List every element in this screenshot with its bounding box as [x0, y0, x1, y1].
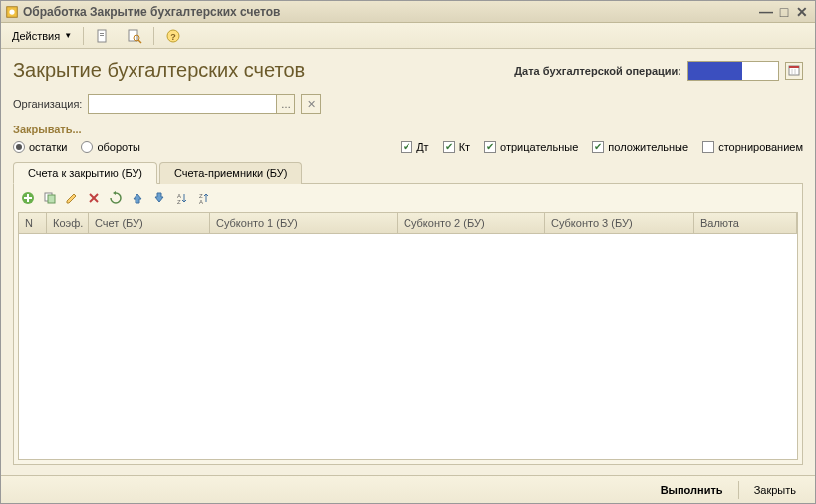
calendar-icon [788, 64, 800, 78]
check-kt[interactable]: ✔Кт [443, 141, 470, 153]
toolbar-separator [153, 27, 154, 45]
svg-rect-11 [789, 66, 799, 68]
org-clear-button[interactable]: ✕ [301, 94, 321, 114]
toolbar-separator [83, 27, 84, 45]
grid-edit-button[interactable] [62, 189, 82, 209]
grid-move-up-button[interactable] [128, 189, 147, 209]
date-label: Дата бухгалтерской операции: [514, 65, 681, 77]
close-window-button[interactable]: ✕ [793, 4, 811, 20]
checkbox-icon [702, 141, 714, 153]
titlebar: Обработка Закрытие бухгалтерских счетов … [1, 1, 815, 23]
maximize-button[interactable]: □ [775, 4, 793, 20]
radio-icon [13, 141, 25, 153]
footer-separator [738, 481, 739, 499]
date-input[interactable] [687, 61, 779, 81]
minimize-button[interactable]: ― [757, 4, 775, 20]
check-positive[interactable]: ✔положительные [592, 141, 688, 153]
main-toolbar: Действия ▼ ? [1, 23, 815, 49]
col-sub3[interactable]: Субконто 3 (БУ) [545, 213, 694, 233]
close-button[interactable]: Закрыть [743, 480, 807, 500]
grid-add-button[interactable] [18, 189, 38, 209]
checkbox-icon: ✔ [592, 141, 604, 153]
org-select-button[interactable]: … [276, 95, 294, 113]
svg-line-7 [138, 40, 141, 43]
toolbar-btn-2[interactable] [120, 26, 149, 46]
svg-text:A: A [199, 199, 203, 205]
date-group: Дата бухгалтерской операции: [514, 61, 803, 81]
chevron-down-icon: ▼ [64, 31, 72, 40]
find-icon [127, 28, 142, 44]
header-row: Закрытие бухгалтерских счетов Дата бухга… [13, 59, 803, 82]
check-dt[interactable]: ✔Дт [401, 141, 429, 153]
page-title: Закрытие бухгалтерских счетов [13, 59, 305, 82]
execute-button[interactable]: Выполнить [650, 480, 734, 500]
sort-asc-icon: AZ [174, 191, 188, 207]
window-title: Обработка Закрытие бухгалтерских счетов [23, 5, 757, 19]
tab-body: AZ ZA N Коэф. Счет (БУ) Субконто 1 (БУ) … [13, 184, 803, 465]
close-section-label: Закрывать... [13, 124, 803, 135]
org-row: Организация: … ✕ [13, 94, 803, 114]
grid-body[interactable] [19, 234, 797, 459]
grid-copy-button[interactable] [40, 189, 60, 209]
grid-toolbar: AZ ZA [18, 188, 798, 210]
col-account[interactable]: Счет (БУ) [89, 213, 210, 233]
check-negative[interactable]: ✔отрицательные [484, 141, 578, 153]
check-storno[interactable]: сторнированием [702, 141, 803, 153]
checkbox-icon: ✔ [484, 141, 496, 153]
arrow-up-icon [131, 191, 144, 207]
svg-rect-4 [100, 35, 104, 36]
checkbox-icon: ✔ [401, 141, 412, 153]
checks-right: ✔Дт ✔Кт ✔отрицательные ✔положительные ст… [401, 141, 803, 153]
arrow-down-icon [152, 191, 166, 207]
app-icon [5, 5, 19, 19]
help-button[interactable]: ? [158, 26, 188, 46]
svg-rect-3 [100, 33, 104, 34]
grid-sort-desc-button[interactable]: ZA [193, 189, 213, 209]
grid[interactable]: N Коэф. Счет (БУ) Субконто 1 (БУ) Субкон… [18, 212, 798, 460]
copy-icon [43, 191, 57, 207]
footer-bar: Выполнить Закрыть [1, 475, 815, 503]
toolbar-btn-1[interactable] [88, 26, 118, 46]
col-koef[interactable]: Коэф. [47, 213, 89, 233]
radio-icon [81, 141, 93, 153]
svg-text:Z: Z [177, 199, 181, 205]
edit-icon [65, 191, 79, 207]
refresh-icon [109, 191, 123, 207]
radio-group: остатки обороты [13, 141, 140, 153]
help-icon: ? [165, 28, 181, 44]
radio-turnovers[interactable]: обороты [81, 141, 139, 153]
col-sub1[interactable]: Субконто 1 (БУ) [210, 213, 398, 233]
sort-desc-icon: ZA [196, 191, 210, 207]
document-icon [95, 28, 111, 44]
grid-header: N Коэф. Счет (БУ) Субконто 1 (БУ) Субкон… [19, 213, 797, 234]
content-area: Закрытие бухгалтерских счетов Дата бухга… [1, 49, 815, 475]
options-row: остатки обороты ✔Дт ✔Кт ✔отрицательные ✔… [13, 141, 803, 153]
col-n[interactable]: N [19, 213, 47, 233]
delete-icon [87, 191, 101, 207]
add-icon [21, 191, 35, 207]
actions-dropdown[interactable]: Действия ▼ [5, 26, 79, 46]
calendar-button[interactable] [785, 62, 803, 80]
grid-move-down-button[interactable] [149, 189, 169, 209]
checkbox-icon: ✔ [443, 141, 455, 153]
tab-receiver-accounts[interactable]: Счета-приемники (БУ) [159, 162, 302, 184]
col-sub2[interactable]: Субконто 2 (БУ) [398, 213, 545, 233]
svg-text:?: ? [170, 32, 176, 42]
tabs: Счета к закрытию (БУ) Счета-приемники (Б… [13, 161, 803, 184]
grid-sort-asc-button[interactable]: AZ [171, 189, 191, 209]
org-label: Организация: [13, 98, 82, 110]
org-input-text[interactable] [89, 95, 276, 113]
svg-rect-18 [48, 195, 55, 203]
col-currency[interactable]: Валюта [694, 213, 797, 233]
radio-balances[interactable]: остатки [13, 141, 67, 153]
close-icon: ✕ [307, 98, 316, 111]
grid-refresh-button[interactable] [106, 189, 126, 209]
grid-delete-button[interactable] [84, 189, 104, 209]
main-window: Обработка Закрытие бухгалтерских счетов … [0, 0, 816, 504]
org-input[interactable]: … [88, 94, 295, 114]
svg-point-1 [9, 9, 14, 14]
tab-accounts-to-close[interactable]: Счета к закрытию (БУ) [13, 162, 157, 184]
